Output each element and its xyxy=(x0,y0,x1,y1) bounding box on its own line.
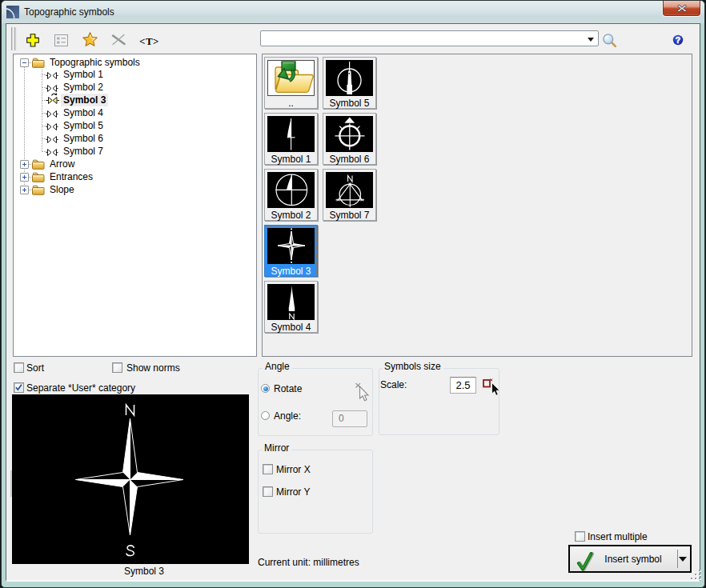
svg-text:?: ? xyxy=(676,35,680,45)
